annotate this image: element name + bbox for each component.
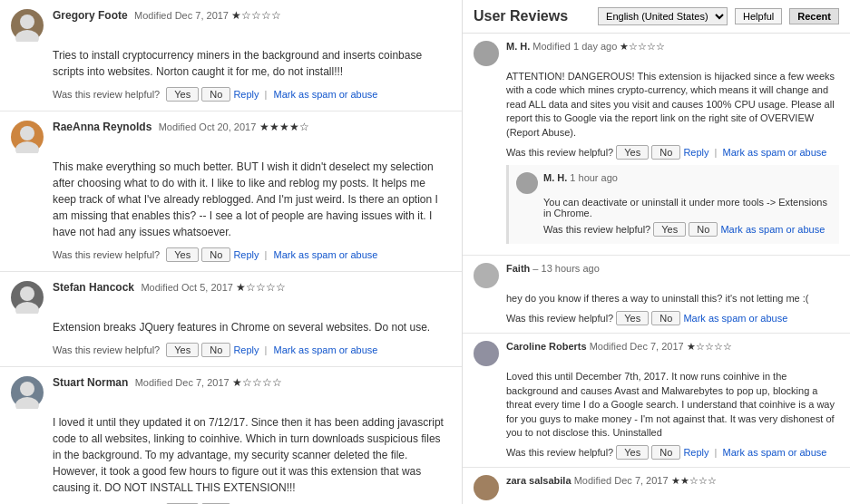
reviewer-name: Gregory Foote [53, 9, 128, 22]
language-select[interactable]: English (United States) [598, 7, 728, 25]
star-rating: ★★☆☆☆ [671, 475, 717, 486]
no-button[interactable]: No [201, 247, 230, 262]
no-button[interactable]: No [689, 222, 718, 237]
star-rating: ★☆☆☆☆ [236, 281, 286, 294]
yes-button[interactable]: Yes [166, 247, 199, 262]
star-rating: ★☆☆☆☆ [687, 341, 732, 352]
reply-item: M. H. 1 hour ago You can deactivate or u… [506, 165, 839, 244]
review-meta: M. H. Modified 1 day ago ★☆☆☆☆ [506, 41, 839, 53]
yes-button[interactable]: Yes [653, 222, 686, 237]
review-text: hey do you know if theres a way to unins… [506, 292, 839, 305]
recent-sort-button[interactable]: Recent [789, 8, 839, 24]
review-meta: Faith – 13 hours ago [506, 263, 839, 274]
right-review-item: Caroline Roberts Modified Dec 7, 2017 ★☆… [463, 334, 850, 468]
reply-name: M. H. [543, 172, 567, 183]
reply-avatar [516, 172, 538, 194]
reply-link[interactable]: Reply [683, 447, 708, 458]
review-date: Modified Oct 5, 2017 [141, 282, 233, 293]
review-text: This make everything so much better. BUT… [53, 159, 451, 240]
left-reviews-panel: Gregory Foote Modified Dec 7, 2017 ★☆☆☆☆… [0, 0, 463, 504]
helpful-label: Was this review helpful? [506, 313, 613, 324]
separator: | [265, 249, 268, 260]
avatar [474, 263, 499, 288]
right-review-item: M. H. Modified 1 day ago ★☆☆☆☆ ATTENTION… [463, 34, 850, 256]
star-rating: ★☆☆☆☆ [620, 41, 665, 52]
star-rating: ★☆☆☆☆ [231, 9, 281, 22]
no-button[interactable]: No [651, 445, 680, 460]
review-actions: Was this review helpful? Yes No Reply | … [53, 87, 451, 102]
spam-link[interactable]: Mark as spam or abuse [723, 447, 827, 458]
reply-link[interactable]: Reply [683, 147, 708, 158]
review-date: Modified Dec 7, 2017 [574, 475, 669, 486]
right-reviews-panel: User Reviews English (United States) Hel… [463, 0, 850, 504]
separator: | [265, 89, 268, 100]
helpful-label: Was this review helpful? [506, 147, 613, 158]
yes-button[interactable]: Yes [166, 343, 199, 357]
svg-point-5 [15, 302, 39, 314]
reviewer-name: zara salsabila [506, 475, 572, 486]
review-date: Modified Oct 20, 2017 [159, 121, 257, 132]
no-button[interactable]: No [201, 343, 230, 357]
avatar [11, 376, 44, 409]
no-button[interactable]: No [651, 311, 680, 325]
star-rating: ★☆☆☆☆ [232, 376, 282, 389]
review-meta: zara salsabila Modified Dec 7, 2017 ★★☆☆… [506, 475, 839, 487]
review-item: Stuart Norman Modified Dec 7, 2017 ★☆☆☆☆… [0, 367, 462, 504]
spam-link[interactable]: Mark as spam or abuse [683, 313, 787, 324]
svg-point-1 [15, 30, 39, 42]
review-date: Modified Dec 7, 2017 [134, 10, 229, 21]
no-button[interactable]: No [201, 87, 230, 102]
separator: | [715, 147, 718, 158]
review-date: Modified Dec 7, 2017 [590, 341, 684, 352]
reviewer-name: Stuart Norman [53, 376, 128, 389]
yes-button[interactable]: Yes [616, 445, 649, 460]
reply-link[interactable]: Reply [233, 89, 259, 100]
separator: | [265, 344, 268, 355]
review-actions: Was this review helpful? Yes No Reply | … [53, 343, 451, 357]
review-text: Extension breaks JQuery features in Chro… [53, 319, 451, 335]
reviewer-name: M. H. [506, 41, 530, 52]
review-meta: Gregory Foote Modified Dec 7, 2017 ★☆☆☆☆ [53, 9, 451, 22]
spam-link[interactable]: Mark as spam or abuse [274, 89, 378, 100]
review-date: Modified 1 day ago [532, 41, 617, 52]
reply-link[interactable]: Reply [233, 249, 259, 260]
review-meta: Stuart Norman Modified Dec 7, 2017 ★☆☆☆☆ [53, 376, 451, 389]
reviewer-name: Caroline Roberts [506, 341, 587, 352]
spam-link[interactable]: Mark as spam or abuse [274, 249, 378, 260]
helpful-label: Was this review helpful? [53, 89, 160, 100]
review-date: Modified Dec 7, 2017 [135, 377, 230, 388]
svg-point-4 [20, 286, 34, 301]
review-meta: Caroline Roberts Modified Dec 7, 2017 ★☆… [506, 341, 839, 353]
star-rating: ★★★★☆ [259, 121, 309, 133]
separator: | [715, 447, 718, 458]
yes-button[interactable]: Yes [616, 145, 649, 160]
avatar [474, 475, 499, 500]
review-actions: Was this review helpful? Yes No Mark as … [506, 311, 839, 325]
svg-point-3 [15, 141, 39, 153]
helpful-label: Was this review helpful? [543, 224, 650, 235]
avatar [11, 281, 44, 314]
avatar [474, 341, 499, 366]
avatar [474, 41, 499, 66]
spam-link[interactable]: Mark as spam or abuse [720, 224, 825, 235]
reply-actions: Was this review helpful? Yes No Mark as … [543, 222, 832, 237]
helpful-label: Was this review helpful? [53, 249, 160, 260]
reply-date: 1 hour ago [570, 172, 618, 183]
yes-button[interactable]: Yes [166, 87, 199, 102]
review-item: RaeAnna Reynolds Modified Oct 20, 2017 ★… [0, 111, 462, 272]
review-date: – [532, 263, 541, 274]
avatar [11, 121, 44, 153]
spam-link[interactable]: Mark as spam or abuse [274, 344, 378, 355]
helpful-sort-button[interactable]: Helpful [735, 8, 782, 24]
reply-meta: M. H. 1 hour ago [543, 172, 618, 183]
spam-link[interactable]: Mark as spam or abuse [723, 147, 827, 158]
avatar [11, 9, 44, 42]
reviewer-name: Faith [506, 263, 530, 274]
no-button[interactable]: No [651, 145, 680, 160]
review-text: Tries to install cryptocurrency miners i… [53, 47, 451, 80]
helpful-label: Was this review helpful? [506, 447, 613, 458]
yes-button[interactable]: Yes [616, 311, 649, 325]
review-meta: RaeAnna Reynolds Modified Oct 20, 2017 ★… [53, 121, 451, 133]
review-text: Loved this until December 7th, 2017. It … [506, 370, 839, 440]
reply-link[interactable]: Reply [233, 344, 259, 355]
